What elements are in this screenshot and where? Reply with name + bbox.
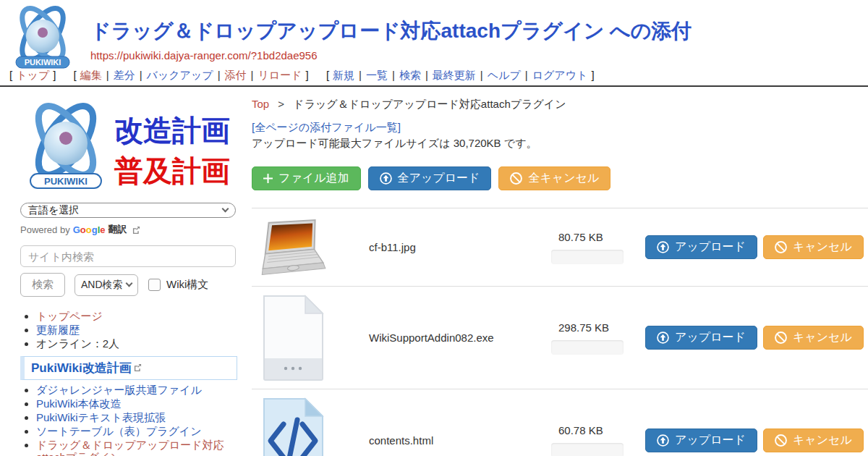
sidebar-item-core-mod[interactable]: PukiWiki本体改造 — [36, 397, 122, 410]
page-title: ドラッグ＆ドロップアップロード対応attachプラグイン への添付 — [90, 17, 692, 45]
upload-button[interactable]: アップロード — [645, 326, 757, 350]
generic-file-icon — [258, 294, 328, 382]
nav-separator: | — [140, 69, 142, 81]
progress-bar — [551, 340, 624, 355]
add-file-button[interactable]: ファイル追加 — [252, 166, 361, 190]
sidebar-item-dragdrop-attach[interactable]: ドラッグ＆ドロップアップロード対応attachプラグイン — [36, 439, 224, 456]
cancel-all-label: 全キャンセル — [528, 171, 599, 186]
cancel-button[interactable]: キャンセル — [763, 428, 864, 452]
nav-separator: | — [480, 69, 483, 81]
nav-group-site: [新規|一覧|検索|最終更新|ヘルプ|ログアウト] — [323, 69, 598, 81]
upload-label: アップロード — [675, 433, 746, 448]
file-name: contents.html — [369, 434, 551, 447]
translate-label: 翻訳 — [109, 223, 127, 236]
ban-circle-icon — [510, 172, 522, 185]
sidebar-item-sort-table[interactable]: ソートテーブル（表）プラグイン — [36, 425, 202, 437]
page-url-link[interactable]: https://pukiwiki.dajya-ranger.com/?1bd2d… — [90, 49, 318, 62]
nav-bracket: [ — [326, 69, 329, 81]
file-thumbnail-cell — [258, 217, 330, 278]
wiki-syntax-label: Wiki構文 — [166, 278, 208, 292]
chevron-down-icon — [126, 280, 133, 287]
upload-label: アップロード — [675, 240, 746, 255]
upload-button[interactable]: アップロード — [645, 235, 757, 259]
breadcrumb-home-link[interactable]: Top — [252, 98, 269, 110]
nav-bracket: [ — [74, 69, 77, 81]
file-name: WikiSupportAddin082.exe — [369, 332, 551, 344]
nav-item-diff[interactable]: 差分 — [114, 69, 135, 81]
nav-item-backup[interactable]: バックアップ — [147, 69, 213, 81]
all-pages-attach-list-link[interactable]: [全ページの添付ファイル一覧] — [252, 121, 401, 135]
nav-item-new[interactable]: 新規 — [333, 69, 354, 81]
google-letter: o — [80, 224, 86, 235]
nav-item-edit[interactable]: 編集 — [80, 69, 102, 81]
file-actions: アップロード キャンセル — [645, 326, 864, 350]
search-button[interactable]: 検索 — [20, 273, 65, 297]
site-search-input[interactable] — [20, 245, 236, 267]
file-actions: アップロード キャンセル — [645, 428, 864, 452]
cancel-all-button[interactable]: 全キャンセル — [498, 166, 610, 190]
sidebar-quick-links: トップページ 更新履歴 オンライン：2人 — [20, 310, 119, 351]
nav-item-logout[interactable]: ログアウト — [532, 69, 588, 81]
nav-item-list[interactable]: 一覧 — [366, 69, 388, 81]
list-item: PukiWikiテキスト表現拡張 — [36, 411, 237, 423]
file-actions: アップロード キャンセル — [645, 235, 864, 259]
file-size: 60.78 KB — [558, 424, 632, 436]
ban-circle-icon — [775, 332, 787, 344]
language-select[interactable]: 言語を選択 — [20, 203, 236, 218]
external-link-icon — [132, 226, 140, 234]
sidebar-site-logo[interactable]: PUKIWIKI 改造計画 普及計画 — [20, 98, 237, 194]
nav-item-help[interactable]: ヘルプ — [488, 69, 521, 81]
nav-separator: | — [106, 69, 109, 81]
file-row: contents.html 60.78 KB アップロード キャンセル — [252, 389, 868, 456]
search-mode-select[interactable]: AND検索 — [75, 274, 138, 296]
sidebar-logo-line1: 改造計画 — [114, 114, 230, 146]
google-letter: g — [92, 224, 98, 235]
cancel-label: キャンセル — [793, 330, 852, 345]
nav-item-recent[interactable]: 最終更新 — [433, 69, 476, 81]
cancel-button[interactable]: キャンセル — [763, 235, 864, 259]
sidebar-online-count: オンライン：2人 — [36, 337, 119, 350]
ban-circle-icon — [775, 241, 787, 253]
file-progress-cell: 60.78 KB — [551, 424, 632, 456]
chevron-down-icon — [222, 206, 229, 213]
nav-item-reload[interactable]: リロード — [258, 69, 302, 81]
ban-circle-icon — [775, 434, 787, 447]
google-letter: o — [86, 224, 92, 235]
wiki-syntax-checkbox[interactable] — [148, 279, 161, 291]
sidebar-logo-line2: 普及計画 — [114, 155, 230, 187]
nav-bracket: ] — [591, 69, 594, 81]
cancel-button[interactable]: キャンセル — [763, 326, 864, 350]
upload-circle-icon — [657, 241, 669, 253]
upload-all-button[interactable]: 全アップロード — [368, 166, 492, 190]
plus-icon — [263, 174, 273, 183]
add-file-label: ファイル追加 — [278, 171, 349, 186]
list-item: ソートテーブル（表）プラグイン — [36, 425, 237, 437]
nav-separator: | — [525, 69, 528, 81]
list-item: 更新履歴 — [36, 324, 119, 336]
sidebar-item-common-files[interactable]: ダジャレンジャー版共通ファイル — [36, 384, 202, 396]
sidebar-section-link[interactable]: PukiWiki改造計画 — [31, 360, 142, 376]
external-link-icon — [134, 363, 142, 371]
file-row: cf-b11.jpg 80.75 KB アップロード キャンセル — [252, 208, 868, 287]
nav-separator: | — [392, 69, 395, 81]
sidebar-item-recent-changes[interactable]: 更新履歴 — [36, 324, 80, 336]
nav-item-search[interactable]: 検索 — [399, 69, 421, 81]
list-item: ドラッグ＆ドロップアップロード対応attachプラグイン — [36, 439, 237, 456]
powered-by-google-translate: Powered by Google 翻訳 — [20, 223, 140, 236]
progress-bar — [551, 250, 624, 264]
nav-item-top[interactable]: トップ — [16, 69, 49, 81]
cancel-label: キャンセル — [793, 433, 852, 448]
nav-item-attach[interactable]: 添付 — [225, 69, 247, 81]
pukiwiki-atom-logo-icon[interactable]: PUKIWIKI — [10, 4, 75, 70]
nav-bracket: ] — [306, 69, 309, 81]
cancel-label: キャンセル — [793, 240, 852, 255]
google-logo-text: Google — [73, 224, 106, 235]
nav-separator: | — [359, 69, 362, 81]
breadcrumb-current: ドラッグ＆ドロップアップロード対応attachプラグイン — [293, 98, 566, 110]
sidebar-item-text-extension[interactable]: PukiWikiテキスト表現拡張 — [36, 411, 166, 423]
sidebar-item-toppage[interactable]: トップページ — [36, 310, 103, 322]
list-item: PukiWiki本体改造 — [36, 397, 237, 410]
upload-button[interactable]: アップロード — [645, 428, 757, 452]
nav-group-page: [編集|差分|バックアップ|添付|リロード] — [70, 69, 312, 81]
list-item: オンライン：2人 — [36, 337, 119, 350]
